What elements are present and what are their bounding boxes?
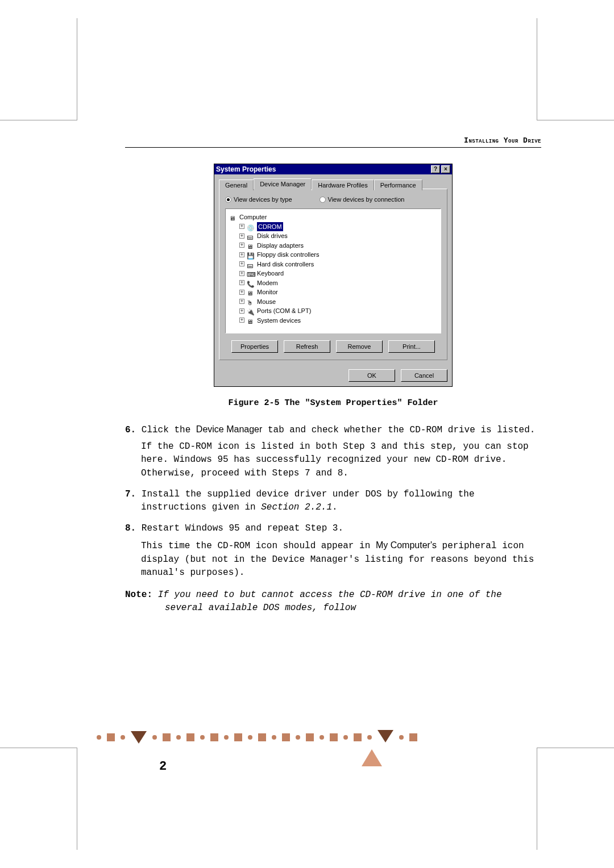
expand-icon[interactable]: + bbox=[239, 233, 244, 239]
expand-icon[interactable]: + bbox=[239, 290, 244, 295]
mouse-icon: 🖱 bbox=[247, 298, 255, 305]
tree-row-system-devices[interactable]: +🖥System devices bbox=[229, 316, 437, 326]
tab-device-manager[interactable]: Device Manager bbox=[254, 178, 312, 189]
radio-view-by-type[interactable]: View devices by type bbox=[225, 196, 292, 203]
dialog-tabs: General Device Manager Hardware Profiles… bbox=[214, 174, 452, 189]
dialog-titlebar: System Properties ? × bbox=[214, 164, 452, 174]
expand-icon[interactable]: + bbox=[239, 318, 244, 323]
tab-hardware-profiles[interactable]: Hardware Profiles bbox=[312, 180, 374, 190]
tree-row-modem[interactable]: +📞Modem bbox=[229, 278, 437, 288]
radio-icon bbox=[225, 197, 231, 203]
body-text: 6. Click the Device Manager tab and chec… bbox=[125, 423, 541, 615]
print-button[interactable]: Print... bbox=[388, 340, 435, 353]
tree-row-cdrom[interactable]: +💿CDROM bbox=[229, 222, 437, 232]
crop-mark bbox=[0, 18, 77, 120]
tree-row-keyboard[interactable]: +⌨Keyboard bbox=[229, 269, 437, 278]
tab-panel: View devices by type View devices by con… bbox=[219, 189, 447, 360]
page-footer: 2 9 bbox=[125, 760, 541, 774]
tab-performance[interactable]: Performance bbox=[374, 180, 422, 190]
step-number: 7. bbox=[125, 489, 136, 499]
expand-icon[interactable]: + bbox=[239, 224, 244, 229]
modem-icon: 📞 bbox=[247, 279, 255, 286]
hdd-icon: 🖴 bbox=[247, 261, 255, 268]
page-number: 9 bbox=[524, 759, 541, 769]
floppy-icon: 💾 bbox=[247, 251, 255, 258]
help-button[interactable]: ? bbox=[431, 165, 440, 173]
monitor-icon: 🖥 bbox=[247, 289, 255, 295]
tree-row-display-adapters[interactable]: +🖥Display adapters bbox=[229, 241, 437, 251]
tree-row-mouse[interactable]: +🖱Mouse bbox=[229, 297, 437, 307]
display-icon: 🖥 bbox=[247, 242, 255, 249]
expand-icon[interactable]: + bbox=[239, 271, 244, 276]
device-tree[interactable]: 🖥Computer +💿CDROM +🖴Disk drives +🖥Displa… bbox=[225, 208, 441, 333]
close-button[interactable]: × bbox=[441, 165, 450, 173]
decorative-strip bbox=[97, 720, 546, 754]
step-paragraph: This time the CD-ROM icon should appear … bbox=[125, 539, 541, 579]
chapter-number: 2 bbox=[125, 760, 167, 774]
ports-icon: 🔌 bbox=[247, 307, 255, 314]
disk-icon: 🖴 bbox=[247, 232, 255, 239]
system-properties-dialog: System Properties ? × General Device Man… bbox=[214, 164, 453, 387]
properties-button[interactable]: Properties bbox=[231, 340, 278, 353]
remove-button[interactable]: Remove bbox=[336, 340, 383, 353]
radio-icon bbox=[320, 197, 326, 203]
note-block: Note: If you need to but cannot access t… bbox=[125, 589, 541, 615]
expand-icon[interactable]: + bbox=[239, 308, 244, 314]
running-header: Installing Your Drive bbox=[125, 136, 541, 148]
cancel-button[interactable]: Cancel bbox=[401, 369, 447, 382]
tree-row-ports[interactable]: +🔌Ports (COM & LPT) bbox=[229, 306, 437, 316]
tree-row-monitor[interactable]: +🖥Monitor bbox=[229, 287, 437, 297]
tree-row-computer[interactable]: 🖥Computer bbox=[229, 212, 437, 222]
refresh-button[interactable]: Refresh bbox=[284, 340, 330, 353]
expand-icon[interactable]: + bbox=[239, 299, 244, 304]
triangle-down-icon bbox=[377, 730, 393, 742]
ok-button[interactable]: OK bbox=[349, 369, 395, 382]
tree-row-floppy[interactable]: +💾Floppy disk controllers bbox=[229, 250, 437, 260]
cdrom-icon: 💿 bbox=[247, 223, 255, 230]
computer-icon: 🖥 bbox=[229, 214, 237, 220]
step-number: 8. bbox=[125, 523, 136, 533]
radio-view-by-connection[interactable]: View devices by connection bbox=[320, 196, 405, 203]
crop-mark bbox=[0, 748, 77, 850]
expand-icon[interactable]: + bbox=[239, 243, 244, 248]
crop-mark bbox=[537, 748, 614, 850]
step-number: 6. bbox=[125, 425, 136, 435]
triangle-down-icon bbox=[131, 731, 147, 744]
figure-caption: Figure 2-5 The "System Properties" Folde… bbox=[125, 398, 541, 408]
crop-mark bbox=[537, 18, 614, 120]
expand-icon[interactable]: + bbox=[239, 280, 244, 285]
dialog-title: System Properties bbox=[216, 165, 276, 173]
tree-row-disk-drives[interactable]: +🖴Disk drives bbox=[229, 231, 437, 241]
system-icon: 🖥 bbox=[247, 317, 255, 324]
tree-row-hdd[interactable]: +🖴Hard disk controllers bbox=[229, 260, 437, 269]
keyboard-icon: ⌨ bbox=[247, 270, 255, 277]
tab-general[interactable]: General bbox=[219, 180, 254, 190]
expand-icon[interactable]: + bbox=[239, 252, 244, 257]
step-paragraph: If the CD-ROM icon is listed in both Ste… bbox=[125, 440, 541, 480]
expand-icon[interactable]: + bbox=[239, 261, 244, 266]
